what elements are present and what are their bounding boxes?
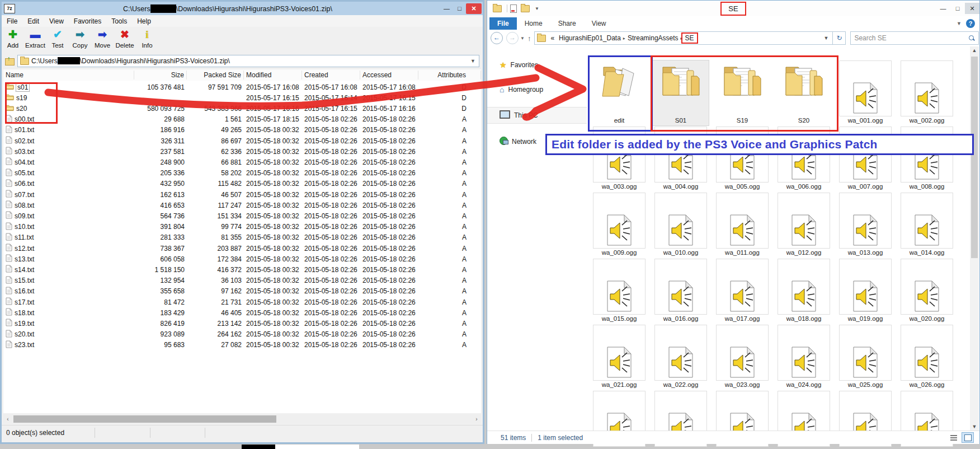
- table-row[interactable]: s07.txt162 61346 5072015-05-18 00:322015…: [3, 189, 481, 200]
- chevron-down-icon[interactable]: ▼: [535, 6, 539, 11]
- file-item[interactable]: wa_024.ogg: [776, 325, 832, 390]
- table-row[interactable]: s13.txt606 058172 3842015-05-18 00:32201…: [3, 254, 481, 264]
- sidebar-item-homegroup[interactable]: ⌂Homegroup: [487, 82, 587, 97]
- table-row[interactable]: s12.txt738 367203 8872015-05-18 00:32201…: [3, 243, 481, 254]
- search-input[interactable]: Search SE: [850, 31, 979, 45]
- scroll-up-arrow[interactable]: ▲: [970, 48, 979, 53]
- up-button[interactable]: ↑: [527, 34, 531, 43]
- file-item[interactable]: wa_022.ogg: [653, 325, 709, 390]
- tab-file[interactable]: File: [489, 17, 517, 30]
- table-row[interactable]: s08.txt416 653117 2472015-05-18 00:32201…: [3, 200, 481, 211]
- vertical-scrollbar[interactable]: ▲ ▼: [970, 46, 979, 431]
- file-item[interactable]: wa_019.ogg: [837, 259, 893, 324]
- table-row[interactable]: s23.txt95 68327 0822015-05-18 00:322015-…: [3, 340, 481, 350]
- menu-item-help[interactable]: Help: [132, 16, 156, 26]
- table-row[interactable]: s03.txt237 58162 3362015-05-18 00:322015…: [3, 146, 481, 157]
- new-folder-icon[interactable]: [521, 5, 530, 12]
- info-button[interactable]: iInfo: [136, 28, 158, 49]
- file-item[interactable]: wa_012.ogg: [776, 193, 832, 258]
- file-item[interactable]: wa_020.ogg: [899, 259, 955, 324]
- tab-share[interactable]: Share: [550, 17, 584, 30]
- scrollbar-thumb[interactable]: [971, 57, 978, 258]
- forward-button[interactable]: →: [506, 32, 519, 44]
- file-item[interactable]: wa_018.ogg: [776, 259, 832, 324]
- breadcrumb-item-se[interactable]: SE: [683, 34, 696, 42]
- file-item[interactable]: wa_025.ogg: [837, 325, 893, 390]
- column-header-modified[interactable]: Modified: [244, 71, 302, 79]
- file-item[interactable]: wa_010.ogg: [653, 193, 709, 258]
- help-icon[interactable]: ?: [966, 19, 975, 28]
- horizontal-scrollbar[interactable]: ‹ ›: [3, 414, 481, 424]
- scroll-down-arrow[interactable]: ▼: [970, 424, 979, 429]
- menu-item-tools[interactable]: Tools: [106, 16, 132, 26]
- chevron-down-icon[interactable]: ▼: [468, 58, 478, 64]
- breadcrumb-item-streamingassets[interactable]: StreamingAssets: [625, 34, 681, 42]
- file-item[interactable]: wa_021.ogg: [591, 325, 647, 390]
- folder-icon[interactable]: [493, 5, 502, 12]
- table-row[interactable]: s01.txt186 91649 2652015-05-18 00:322015…: [3, 125, 481, 135]
- address-dropdown-icon[interactable]: ▼: [821, 35, 832, 41]
- column-header-size[interactable]: Size: [134, 71, 187, 79]
- table-row[interactable]: s04.txt248 90066 8812015-05-18 00:322015…: [3, 157, 481, 167]
- file-item[interactable]: wa_016.ogg: [653, 259, 709, 324]
- history-dropdown-icon[interactable]: ▼: [520, 36, 525, 41]
- sidebar-item-favorites[interactable]: ★Favorites: [487, 58, 587, 72]
- table-row[interactable]: s17.txt81 47221 7312015-05-18 00:322015-…: [3, 297, 481, 307]
- column-header-name[interactable]: Name: [3, 71, 134, 79]
- column-header-packed-size[interactable]: Packed Size: [187, 71, 244, 79]
- refresh-button[interactable]: ↻: [833, 31, 846, 45]
- details-view-button[interactable]: [948, 432, 960, 443]
- extract-button[interactable]: ▬Extract: [24, 28, 46, 49]
- file-item[interactable]: wa_009.ogg: [591, 193, 647, 258]
- table-row[interactable]: s20.txt923 089264 1622015-05-18 00:32201…: [3, 329, 481, 340]
- test-button[interactable]: ✔Test: [46, 28, 69, 49]
- file-item[interactable]: wa_014.ogg: [899, 193, 955, 258]
- minimize-button[interactable]: —: [440, 3, 453, 14]
- menu-item-view[interactable]: View: [44, 16, 69, 26]
- table-row[interactable]: s06.txt432 950115 4822015-05-18 00:32201…: [3, 179, 481, 189]
- table-row[interactable]: s01105 376 48197 591 7092015-05-17 16:08…: [3, 82, 481, 92]
- file-item[interactable]: wa_023.ogg: [714, 325, 770, 390]
- file-item[interactable]: wa_002.ogg: [899, 60, 955, 125]
- table-row[interactable]: s192015-05-17 16:152015-05-17 16:142015-…: [3, 92, 481, 103]
- scrollbar-thumb[interactable]: [13, 415, 276, 423]
- table-row[interactable]: s02.txt326 31186 6972015-05-18 00:322015…: [3, 135, 481, 146]
- copy-button[interactable]: ➡Copy: [69, 28, 91, 49]
- table-row[interactable]: s11.txt281 33381 3552015-05-18 00:322015…: [3, 232, 481, 243]
- file-item[interactable]: wa_013.ogg: [837, 193, 893, 258]
- sevenzip-address-combobox[interactable]: C:\Users\Downloads\Higurashi\HigurashiPS…: [17, 55, 479, 67]
- table-row[interactable]: s16.txt355 65897 1622015-05-18 00:322015…: [3, 286, 481, 297]
- column-header-accessed[interactable]: Accessed: [360, 71, 418, 79]
- scroll-right-arrow[interactable]: ›: [472, 416, 481, 422]
- large-icons-view-button[interactable]: [962, 432, 974, 443]
- table-row[interactable]: s20580 093 725543 383 9662015-05-17 16:1…: [3, 103, 481, 114]
- breadcrumb[interactable]: «HigurashiEp01_Data▸StreamingAssets▸SE▼: [534, 31, 833, 45]
- table-row[interactable]: s10.txt391 80499 7742015-05-18 00:322015…: [3, 222, 481, 232]
- minimize-button[interactable]: —: [936, 3, 950, 14]
- table-row[interactable]: s00.txt29 6881 5612015-05-17 18:152015-0…: [3, 114, 481, 125]
- file-item[interactable]: wa_015.ogg: [591, 259, 647, 324]
- scroll-left-arrow[interactable]: ‹: [3, 416, 12, 422]
- menu-item-edit[interactable]: Edit: [22, 16, 44, 26]
- breadcrumb-item-higurashiep01_data[interactable]: HigurashiEp01_Data: [557, 34, 623, 42]
- properties-icon[interactable]: [510, 4, 517, 13]
- menu-item-favorites[interactable]: Favorites: [69, 16, 106, 26]
- table-row[interactable]: s15.txt132 95436 1032015-05-18 00:322015…: [3, 275, 481, 286]
- maximize-button[interactable]: □: [453, 3, 466, 14]
- move-button[interactable]: ➡Move: [91, 28, 114, 49]
- maximize-button[interactable]: □: [950, 3, 965, 14]
- table-row[interactable]: s14.txt1 518 150416 3722015-05-18 00:322…: [3, 264, 481, 275]
- add-button[interactable]: ✚Add: [2, 28, 24, 49]
- delete-button[interactable]: ✖Delete: [114, 28, 136, 49]
- table-row[interactable]: s18.txt183 42946 4052015-05-18 00:322015…: [3, 307, 481, 318]
- tab-home[interactable]: Home: [517, 17, 550, 30]
- file-item[interactable]: wa_001.ogg: [837, 60, 893, 125]
- column-header-attributes[interactable]: Attributes: [418, 71, 481, 79]
- search-icon[interactable]: [968, 35, 975, 41]
- file-item[interactable]: wa_011.ogg: [714, 193, 770, 258]
- column-header-created[interactable]: Created: [302, 71, 360, 79]
- expand-ribbon-icon[interactable]: ▼: [957, 21, 962, 26]
- explorer-titlebar[interactable]: ▼ SE — □ ✕: [487, 1, 979, 16]
- table-row[interactable]: s09.txt564 736151 3342015-05-18 00:32201…: [3, 211, 481, 221]
- tab-view[interactable]: View: [584, 17, 614, 30]
